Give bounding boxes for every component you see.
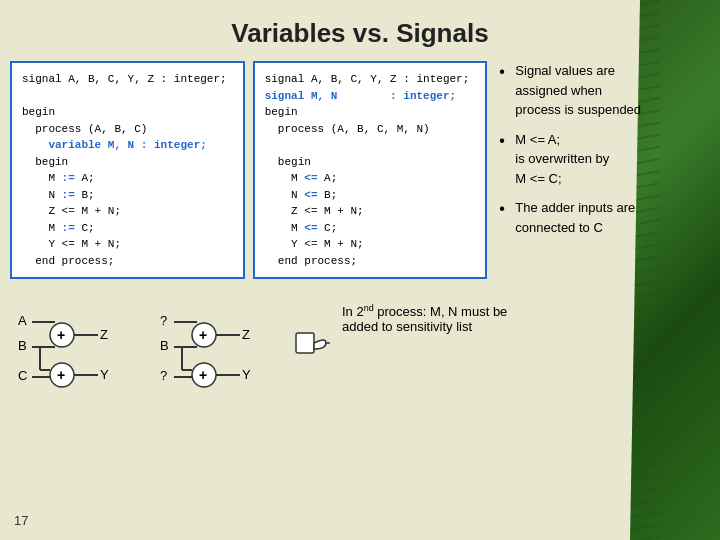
right-code-line-12: end process; bbox=[265, 253, 476, 270]
left-code-line-6: begin bbox=[22, 154, 233, 171]
diag1-label-b: B bbox=[18, 338, 27, 353]
left-code-line-2 bbox=[22, 88, 233, 105]
adder-diagram-1: A B + Z C + Y bbox=[10, 295, 140, 405]
left-code-line-1: signal A, B, C, Y, Z : integer; bbox=[22, 71, 233, 88]
page-title: Variables vs. Signals bbox=[0, 0, 720, 61]
left-code-line-5: variable M, N : integer; bbox=[22, 137, 233, 154]
bottom-section: A B + Z C + Y bbox=[0, 279, 720, 405]
diag2-label-z: Z bbox=[242, 327, 250, 342]
bullet-1: Signal values areassigned whenprocess is… bbox=[499, 61, 710, 120]
right-code-line-11: Y <= M + N; bbox=[265, 236, 476, 253]
right-code-line-9: Z <= M + N; bbox=[265, 203, 476, 220]
right-code-line-10: M <= C; bbox=[265, 220, 476, 237]
gate-icon bbox=[294, 325, 330, 365]
svg-text:+: + bbox=[199, 367, 207, 383]
left-code-line-3: begin bbox=[22, 104, 233, 121]
bullet-3: The adder inputs areconnected to C bbox=[499, 198, 710, 237]
diag2-label-q2: ? bbox=[160, 368, 167, 383]
left-code-line-4: process (A, B, C) bbox=[22, 121, 233, 138]
diag1-label-c: C bbox=[18, 368, 27, 383]
diag1-label-a: A bbox=[18, 313, 27, 328]
diagram1: A B + Z C + Y bbox=[10, 295, 140, 405]
left-code-box: signal A, B, C, Y, Z : integer; begin pr… bbox=[10, 61, 245, 279]
right-code-line-8: N <= B; bbox=[265, 187, 476, 204]
main-content: signal A, B, C, Y, Z : integer; begin pr… bbox=[0, 61, 720, 279]
diag2-label-b: B bbox=[160, 338, 169, 353]
diag1-label-y: Y bbox=[100, 367, 109, 382]
bullet-2: M <= A;is overwritten byM <= C; bbox=[499, 130, 710, 189]
left-code-line-8: N := B; bbox=[22, 187, 233, 204]
right-code-line-6: begin bbox=[265, 154, 476, 171]
right-code-line-5 bbox=[265, 137, 476, 154]
diag1-label-z: Z bbox=[100, 327, 108, 342]
diag2-label-y: Y bbox=[242, 367, 251, 382]
process-note-sup: nd bbox=[364, 303, 374, 313]
diag2-label-q1: ? bbox=[160, 313, 167, 328]
process-note: In 2nd process: M, N must beadded to sen… bbox=[342, 295, 710, 334]
svg-rect-24 bbox=[296, 333, 314, 353]
right-code-line-1: signal A, B, C, Y, Z : integer; bbox=[265, 71, 476, 88]
right-code-box: signal A, B, C, Y, Z : integer; signal M… bbox=[253, 61, 488, 279]
left-code-line-10: M := C; bbox=[22, 220, 233, 237]
right-code-line-3: begin bbox=[265, 104, 476, 121]
adder-diagram-2: ? B + Z ? + Y bbox=[152, 295, 282, 405]
page-number: 17 bbox=[14, 513, 28, 528]
right-code-line-7: M <= A; bbox=[265, 170, 476, 187]
bullet-points-section: Signal values areassigned whenprocess is… bbox=[495, 61, 710, 279]
svg-text:+: + bbox=[199, 327, 207, 343]
left-code-line-9: Z <= M + N; bbox=[22, 203, 233, 220]
right-code-highlight: signal M, N : integer; bbox=[265, 88, 476, 105]
left-code-line-11: Y <= M + N; bbox=[22, 236, 233, 253]
left-code-line-7: M := A; bbox=[22, 170, 233, 187]
right-code-line-4: process (A, B, C, M, N) bbox=[265, 121, 476, 138]
svg-text:+: + bbox=[57, 367, 65, 383]
left-code-line-12: end process; bbox=[22, 253, 233, 270]
svg-text:+: + bbox=[57, 327, 65, 343]
diagram2: ? B + Z ? + Y bbox=[152, 295, 282, 405]
